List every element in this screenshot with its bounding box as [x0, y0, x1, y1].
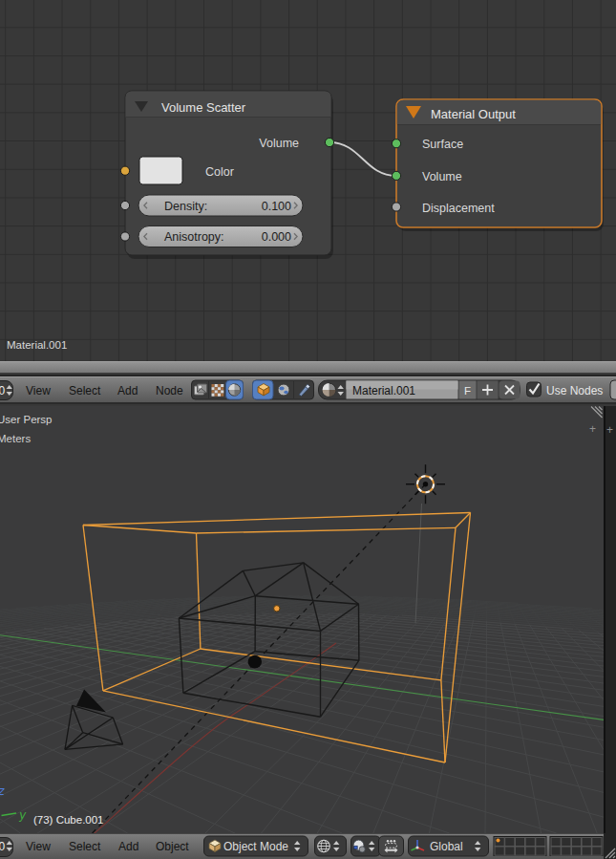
- svg-text:Material.001: Material.001: [7, 339, 67, 351]
- svg-text:y: y: [18, 809, 27, 823]
- svg-text:z: z: [0, 785, 5, 799]
- svg-text:0.000: 0.000: [262, 230, 291, 244]
- svg-text:Volume: Volume: [422, 170, 462, 183]
- svg-text:Volume Scatter: Volume Scatter: [161, 100, 246, 115]
- svg-text:+: +: [589, 422, 596, 436]
- svg-text:Object Mode: Object Mode: [223, 840, 288, 853]
- svg-text:Color: Color: [205, 165, 234, 179]
- svg-text:Surface: Surface: [422, 138, 463, 151]
- svg-text:F: F: [464, 385, 471, 397]
- svg-text:Displacement: Displacement: [422, 202, 495, 215]
- svg-text:Use Nodes: Use Nodes: [546, 384, 603, 397]
- svg-text:Global: Global: [430, 840, 463, 853]
- svg-text:Anisotropy:: Anisotropy:: [164, 230, 224, 244]
- svg-text:0.100: 0.100: [262, 200, 291, 213]
- svg-text:Material.001: Material.001: [352, 384, 415, 397]
- svg-text:Material Output: Material Output: [431, 107, 516, 121]
- svg-text:Volume: Volume: [259, 137, 299, 150]
- svg-text:Density:: Density:: [164, 200, 207, 213]
